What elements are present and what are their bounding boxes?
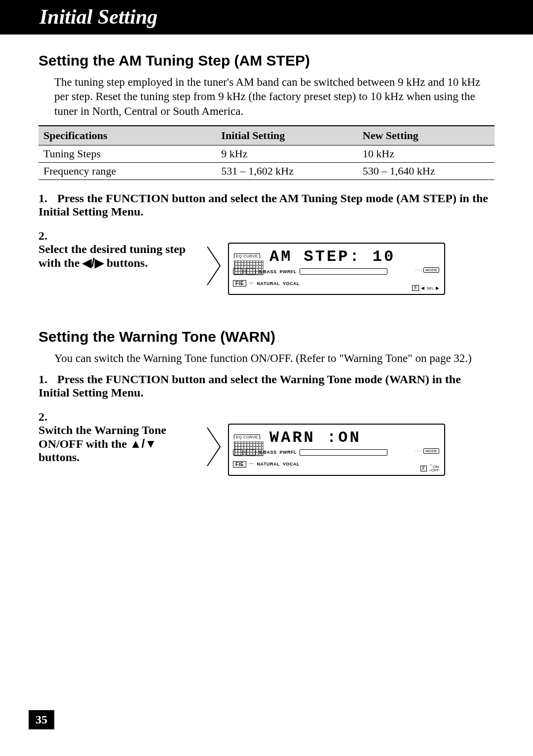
cell: Tuning Steps — [38, 145, 216, 163]
eq-curve-label: EQ CURVE — [234, 253, 260, 258]
lcd-display-amstep: EQ CURVE AM STEP: 10 S.BASS PWRFL — [228, 243, 445, 295]
cell: 530 – 1,640 kHz — [358, 163, 495, 180]
section-am-step: Setting the AM Tuning Step (AM STEP) The… — [38, 52, 495, 295]
right-chevron-icon — [205, 426, 223, 460]
section-title: Setting the Warning Tone (WARN) — [38, 328, 495, 345]
section-warn: Setting the Warning Tone (WARN) You can … — [38, 328, 495, 475]
section-intro: You can switch the Warning Tone function… — [54, 351, 495, 365]
cell: 10 kHz — [358, 145, 495, 163]
fie-label: FIE — [233, 461, 246, 468]
indicator-slot — [300, 449, 387, 456]
lcd-main-text: AM STEP: 10 — [269, 248, 395, 266]
lcd-display-warn: EQ CURVE WARN :ON S.BASS PWRFL — [228, 424, 445, 476]
left-right-buttons-glyph: ◀/▶ — [82, 256, 104, 269]
pwrfl-label: PWRFL — [280, 450, 297, 455]
lcd-main-text: WARN :ON — [269, 429, 361, 447]
mode-label: MODE — [423, 448, 439, 454]
cell: Frequency range — [38, 163, 216, 180]
step-text-suffix: buttons. — [38, 451, 79, 464]
steps-list: Press the FUNCTION button and select the… — [38, 373, 495, 476]
fie-label: FIE — [233, 280, 246, 287]
table-header-row: Specifications Initial Setting New Setti… — [38, 126, 495, 145]
indicator-slot — [300, 268, 387, 275]
eq-curve-label: EQ CURVE — [234, 434, 260, 439]
step-item: Switch the Warning Tone ON/OFF with the … — [38, 410, 495, 476]
page-number: 35 — [29, 710, 54, 729]
section-title: Setting the AM Tuning Step (AM STEP) — [38, 52, 495, 69]
steps-list: Press the FUNCTION button and select the… — [38, 192, 495, 295]
spec-table: Specifications Initial Setting New Setti… — [38, 125, 495, 180]
th-init: Initial Setting — [216, 126, 357, 145]
mode-label: MODE — [423, 267, 439, 273]
f-badge: F — [420, 466, 427, 471]
vocal-label: VOCAL — [283, 281, 300, 286]
step-item: Press the FUNCTION button and select the… — [38, 192, 495, 218]
section-intro: The tuning step employed in the tuner's … — [54, 75, 495, 118]
indicator-slot — [233, 449, 243, 456]
natural-label: NATURAL — [257, 281, 280, 286]
sbass-label: S.BASS — [259, 269, 277, 274]
cell: 531 – 1,602 kHz — [216, 163, 357, 180]
th-spec: Specifications — [38, 126, 216, 145]
right-arrow-icon: ▶ — [436, 286, 439, 290]
page-header: Initial Setting — [0, 0, 533, 35]
cell: 9 kHz — [216, 145, 357, 163]
mode-badge: MODE — [415, 267, 439, 272]
wave-icon: 〰 — [249, 462, 254, 467]
right-chevron-icon — [205, 245, 223, 279]
table-row: Frequency range 531 – 1,602 kHz 530 – 1,… — [38, 163, 495, 180]
natural-label: NATURAL — [257, 462, 280, 467]
table-row: Tuning Steps 9 kHz 10 kHz — [38, 145, 495, 163]
dots-icon — [415, 448, 422, 453]
indicator-slot — [233, 268, 243, 275]
wave-icon: 〰 — [249, 281, 254, 286]
step-item: Select the desired tuning step with the … — [38, 229, 495, 295]
off-label: ⌣OFF — [429, 468, 439, 472]
step-text: Press the FUNCTION button and select the… — [38, 192, 488, 218]
pwrfl-label: PWRFL — [280, 269, 297, 274]
up-down-buttons-glyph: ▲/▼ — [130, 437, 156, 450]
th-new: New Setting — [358, 126, 495, 145]
left-arrow-icon: ◀ — [421, 286, 424, 290]
step-text-suffix: buttons. — [104, 256, 148, 269]
mode-badge: MODE — [415, 448, 439, 453]
vocal-label: VOCAL — [283, 462, 300, 467]
sel-label: SEL — [426, 286, 434, 290]
header-title: Initial Setting — [39, 5, 157, 28]
indicator-slot — [246, 268, 256, 275]
step-item: Press the FUNCTION button and select the… — [38, 373, 495, 399]
indicator-slot — [246, 449, 256, 456]
sbass-label: S.BASS — [259, 450, 277, 455]
f-badge: F — [412, 285, 419, 291]
page-content: Setting the AM Tuning Step (AM STEP) The… — [0, 35, 533, 476]
step-text: Press the FUNCTION button and select the… — [38, 373, 461, 399]
dots-icon — [415, 267, 422, 272]
